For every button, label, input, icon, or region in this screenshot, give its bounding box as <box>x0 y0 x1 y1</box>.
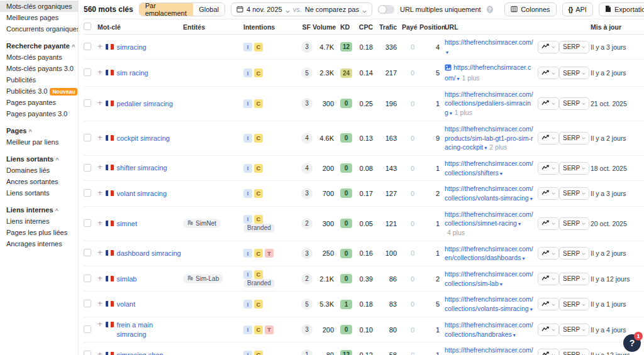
url-dropdown-caret-icon[interactable]: ▾ <box>484 145 487 151</box>
url-cell[interactable]: https://thefrenchsimracer.com/▾ <box>445 346 538 355</box>
row-checkbox[interactable] <box>84 68 91 76</box>
sidebar-item[interactable]: Pages payantes 3.0 <box>0 108 78 119</box>
sidebar-item[interactable]: Meilleur par liens <box>0 136 78 148</box>
url-cell[interactable]: https://thefrenchsimracer.com/collection… <box>445 159 538 177</box>
row-checkbox[interactable] <box>84 189 91 197</box>
help-button[interactable]: ? 1 <box>623 334 641 352</box>
col-sf[interactable]: SF <box>297 23 313 31</box>
entity-pill[interactable]: Sim-Lab <box>183 274 223 283</box>
url-dropdown-caret-icon[interactable]: ▾ <box>518 221 521 227</box>
url-link[interactable]: https://thefrenchsimracer.com/en/collect… <box>445 245 533 262</box>
serp-button[interactable]: SERP <box>559 217 589 230</box>
sidebar-item[interactable]: Meilleures pages <box>0 12 78 23</box>
export-button[interactable]: Exportation <box>599 3 644 16</box>
url-link[interactable]: https://thefrenchsimracer.com/ <box>445 38 533 46</box>
url-link[interactable]: https://thefrenchsimracer.com/collection… <box>445 160 533 177</box>
url-cell[interactable]: https://thefrenchsimracer.com/▾ <box>445 38 538 56</box>
more-urls-label[interactable]: 4 plus <box>447 229 465 236</box>
row-checkbox[interactable] <box>84 134 91 141</box>
col-intents[interactable]: Intentions <box>243 23 297 31</box>
add-keyword-icon[interactable]: + <box>97 43 103 50</box>
add-keyword-icon[interactable]: + <box>97 219 103 227</box>
keyword-link[interactable]: dashboard simracing <box>117 249 181 258</box>
segment-global[interactable]: Global <box>193 3 225 16</box>
serp-button[interactable]: SERP <box>559 298 589 310</box>
keyword-link[interactable]: pedalier simracing <box>117 99 173 108</box>
row-checkbox[interactable] <box>84 275 91 282</box>
row-checkbox[interactable] <box>84 351 91 355</box>
sidebar-item[interactable]: Domaines liés <box>0 165 78 176</box>
add-keyword-icon[interactable]: + <box>97 163 103 171</box>
add-keyword-icon[interactable]: + <box>97 320 103 328</box>
chart-button[interactable] <box>538 187 559 200</box>
more-urls-label[interactable]: 2 plus <box>489 143 507 151</box>
url-link[interactable]: https://thefrenchsimracer.com/collection… <box>445 270 533 287</box>
row-checkbox[interactable] <box>84 99 91 107</box>
keyword-link[interactable]: simnet <box>117 219 137 228</box>
serp-button[interactable]: SERP <box>559 162 589 175</box>
keyword-link[interactable]: volant simracing <box>117 189 167 198</box>
chart-button[interactable] <box>538 41 559 53</box>
add-keyword-icon[interactable]: + <box>97 249 103 256</box>
col-kd[interactable]: KD <box>339 23 357 31</box>
url-cell[interactable]: https://thefrenchsimracer.com/▾1 plus <box>445 63 538 82</box>
sidebar-item[interactable]: Ancrages internes <box>0 238 78 249</box>
sidebar-item[interactable]: Concurrents organiques <box>0 23 78 35</box>
serp-button[interactable]: SERP <box>559 187 589 200</box>
columns-button[interactable]: Colonnes <box>504 3 556 16</box>
url-dropdown-caret-icon[interactable]: ▾ <box>513 332 516 338</box>
serp-button[interactable]: SERP <box>559 349 589 355</box>
add-keyword-icon[interactable]: + <box>97 300 103 307</box>
add-keyword-icon[interactable]: + <box>97 275 103 282</box>
keyword-link[interactable]: volant <box>117 300 135 309</box>
multiple-urls-toggle[interactable] <box>378 5 394 14</box>
segment-par-emplacement[interactable]: Par emplacement <box>140 3 193 16</box>
row-checkbox[interactable] <box>84 249 91 256</box>
url-cell[interactable]: https://thefrenchsimracer.com/collection… <box>445 320 538 339</box>
header-checkbox[interactable] <box>84 23 91 30</box>
url-dropdown-caret-icon[interactable]: ▾ <box>450 111 452 116</box>
serp-button[interactable]: SERP <box>559 324 589 336</box>
keyword-link[interactable]: simlab <box>117 275 137 283</box>
url-dropdown-caret-icon[interactable]: ▾ <box>522 256 525 261</box>
sidebar-item[interactable]: Liens internes <box>0 216 78 227</box>
sidebar-group-header[interactable]: Pages^ <box>0 125 78 136</box>
url-dropdown-caret-icon[interactable]: ▾ <box>446 50 448 55</box>
row-checkbox[interactable] <box>84 325 91 333</box>
url-dropdown-caret-icon[interactable]: ▾ <box>457 76 460 82</box>
url-link[interactable]: https://thefrenchsimracer.com/collection… <box>445 295 533 312</box>
sidebar-item[interactable]: Pages les plus liées <box>0 227 78 238</box>
row-checkbox[interactable] <box>84 300 91 307</box>
chart-button[interactable] <box>538 298 559 310</box>
url-link[interactable]: https://thefrenchsimracer.com/ <box>445 346 533 354</box>
add-keyword-icon[interactable]: + <box>97 99 103 107</box>
sidebar-item[interactable]: Liens sortants <box>0 187 78 199</box>
chart-button[interactable] <box>538 273 559 285</box>
add-keyword-icon[interactable]: + <box>97 68 103 76</box>
url-cell[interactable]: https://thefrenchsimracer.com/collection… <box>445 270 538 288</box>
col-keyword[interactable]: Mot-clé <box>97 23 183 31</box>
col-volume[interactable]: Volume <box>313 23 339 31</box>
col-paid[interactable]: Payé <box>402 23 419 31</box>
row-checkbox[interactable] <box>84 219 91 227</box>
entity-pill[interactable]: SimNet <box>183 219 221 228</box>
add-keyword-icon[interactable]: + <box>97 189 103 197</box>
url-cell[interactable]: https://thefrenchsimracer.com/collection… <box>445 295 538 313</box>
more-urls-label[interactable]: 1 plus <box>455 109 472 116</box>
url-dropdown-caret-icon[interactable]: ▾ <box>500 171 502 177</box>
url-cell[interactable]: https://thefrenchsimracer.com/collection… <box>445 210 538 238</box>
chart-button[interactable] <box>538 247 559 259</box>
serp-button[interactable]: SERP <box>559 273 589 285</box>
keyword-link[interactable]: sim racing <box>117 68 148 77</box>
url-cell[interactable]: https://thefrenchsimracer.com/products/s… <box>445 124 538 152</box>
sidebar-group-header[interactable]: Liens internes^ <box>0 204 78 216</box>
col-traffic[interactable]: Trafic <box>378 23 402 31</box>
serp-button[interactable]: SERP <box>559 67 589 79</box>
keyword-link[interactable]: shifter simracing <box>117 163 167 172</box>
row-checkbox[interactable] <box>84 164 91 172</box>
chart-button[interactable] <box>538 132 559 145</box>
url-dropdown-caret-icon[interactable]: ▾ <box>500 281 502 287</box>
serp-button[interactable]: SERP <box>559 132 589 145</box>
info-icon[interactable]: ? <box>487 6 494 13</box>
sidebar-item[interactable]: Pages payantes <box>0 97 78 108</box>
